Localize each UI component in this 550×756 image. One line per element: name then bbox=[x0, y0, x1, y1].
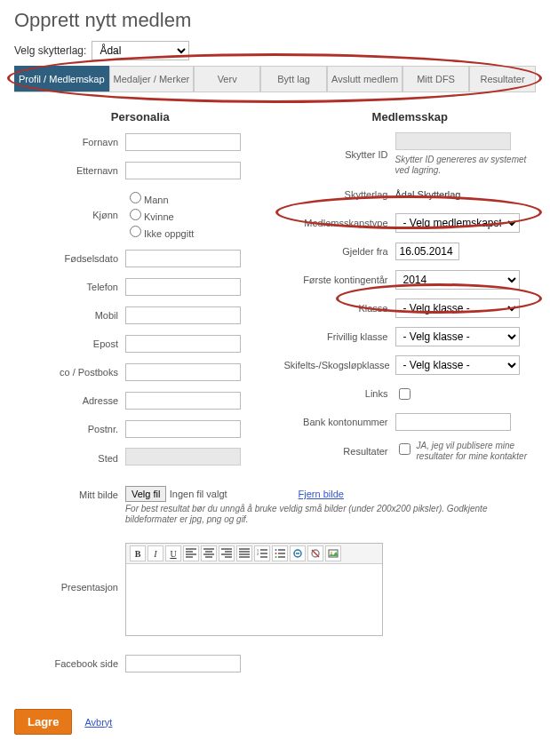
resultater-checkbox[interactable] bbox=[399, 443, 411, 455]
velg-skytterlag-label: Velg skytterlag: bbox=[14, 44, 86, 57]
gjelder-fra-input[interactable] bbox=[395, 243, 459, 260]
align-right-icon[interactable] bbox=[219, 545, 235, 561]
editor-toolbar: B I U 12 bbox=[126, 544, 382, 564]
tab-avslutt-medlem[interactable]: Avslutt medlem bbox=[327, 66, 403, 92]
svg-text:2: 2 bbox=[257, 552, 259, 556]
bank-input[interactable] bbox=[395, 413, 511, 431]
links-checkbox[interactable] bbox=[399, 388, 411, 400]
ingen-fil-valgt: Ingen fil valgt bbox=[170, 489, 227, 499]
medlemsskap-heading: Medlemsskap bbox=[284, 110, 537, 123]
align-justify-icon[interactable] bbox=[236, 545, 252, 561]
skifelts-select[interactable]: - Velg klasse - bbox=[395, 355, 520, 375]
sted-readonly bbox=[125, 448, 241, 466]
co-postboks-input[interactable] bbox=[125, 363, 241, 381]
skifelts-label: Skifelts-/Skogsløpklasse bbox=[284, 360, 395, 370]
tab-medaljer-merker[interactable]: Medaljer / Merker bbox=[109, 66, 195, 92]
forste-kontingentar-label: Første kontingentår bbox=[284, 275, 395, 285]
fodselsdato-input[interactable] bbox=[125, 250, 241, 267]
svg-point-8 bbox=[331, 552, 332, 553]
fodselsdato-label: Fødselsdato bbox=[14, 253, 125, 264]
frivillig-klasse-label: Frivillig klasse bbox=[284, 331, 395, 342]
italic-icon[interactable]: I bbox=[147, 545, 163, 561]
telefon-input[interactable] bbox=[125, 278, 241, 296]
bilde-hint: For best resultat bør du unngå å bruke v… bbox=[125, 504, 507, 525]
kjonn-ikke-radio[interactable] bbox=[130, 226, 141, 237]
skytter-id-label: Skytter ID bbox=[284, 149, 395, 160]
medlemsskapstype-select[interactable]: - Velg medlemskapstype bbox=[395, 213, 520, 233]
page-title: Opprett nytt medlem bbox=[14, 9, 536, 32]
bold-icon[interactable]: B bbox=[130, 545, 146, 561]
klasse-label: Klasse bbox=[284, 303, 395, 314]
unlink-icon[interactable] bbox=[307, 545, 323, 561]
adresse-label: Adresse bbox=[14, 395, 125, 406]
lagre-button[interactable]: Lagre bbox=[14, 709, 72, 735]
epost-input[interactable] bbox=[125, 335, 241, 353]
rich-text-editor: B I U 12 bbox=[125, 543, 383, 636]
editor-textarea[interactable] bbox=[126, 564, 382, 635]
tab-mitt-dfs[interactable]: Mitt DFS bbox=[403, 66, 469, 92]
ordered-list-icon[interactable]: 12 bbox=[254, 545, 270, 561]
skytterlag-value: Ådal Skytterlag bbox=[395, 189, 461, 200]
fornavn-input[interactable] bbox=[125, 133, 241, 151]
sted-label: Sted bbox=[14, 453, 125, 464]
tab-bytt-lag[interactable]: Bytt lag bbox=[260, 66, 327, 92]
etternavn-label: Etternavn bbox=[14, 165, 125, 176]
resultater-hint: JA, jeg vil publisere mine resultater fo… bbox=[417, 441, 537, 462]
unordered-list-icon[interactable] bbox=[272, 545, 288, 561]
tab-resultater[interactable]: Resultater bbox=[469, 66, 536, 92]
bank-label: Bank kontonummer bbox=[284, 417, 395, 427]
avbryt-link[interactable]: Avbryt bbox=[84, 717, 112, 728]
fjern-bilde-link[interactable]: Fjern bilde bbox=[299, 489, 344, 499]
forste-kontingentar-select[interactable]: 2014 bbox=[395, 270, 520, 290]
svg-point-3 bbox=[275, 553, 277, 554]
klasse-select[interactable]: - Velg klasse - bbox=[395, 298, 520, 318]
links-label: Links bbox=[284, 388, 395, 399]
mobil-input[interactable] bbox=[125, 306, 241, 324]
link-icon[interactable] bbox=[290, 545, 306, 561]
postnr-input[interactable] bbox=[125, 420, 241, 438]
fornavn-label: Fornavn bbox=[14, 137, 125, 147]
co-postboks-label: co / Postboks bbox=[14, 367, 125, 378]
velg-fil-button[interactable]: Velg fil bbox=[125, 486, 166, 502]
skytterlag-label: Skytterlag bbox=[284, 189, 395, 200]
mitt-bilde-label: Mitt bilde bbox=[14, 486, 125, 500]
skytter-id-hint: Skytter ID genereres av systemet ved lag… bbox=[395, 155, 537, 176]
image-icon[interactable] bbox=[325, 545, 341, 561]
svg-point-4 bbox=[275, 556, 277, 558]
telefon-label: Telefon bbox=[14, 282, 125, 292]
gjelder-fra-label: Gjelder fra bbox=[284, 246, 395, 257]
kjonn-mann-radio[interactable] bbox=[130, 192, 141, 203]
tab-profil-medlemskap[interactable]: Profil / Medlemskap bbox=[14, 66, 109, 92]
medlemsskapstype-label: Medlemsskapstype bbox=[284, 218, 395, 228]
align-left-icon[interactable] bbox=[183, 545, 199, 561]
underline-icon[interactable]: U bbox=[165, 545, 181, 561]
personalia-heading: Personalia bbox=[14, 110, 267, 123]
frivillig-klasse-select[interactable]: - Velg klasse - bbox=[395, 327, 520, 346]
mobil-label: Mobil bbox=[14, 310, 125, 321]
skytter-id-readonly bbox=[395, 132, 511, 150]
kjonn-kvinne-radio[interactable] bbox=[130, 209, 141, 220]
facebook-input[interactable] bbox=[125, 655, 241, 672]
align-center-icon[interactable] bbox=[201, 545, 217, 561]
epost-label: Epost bbox=[14, 338, 125, 349]
skytterlag-select[interactable]: Ådal bbox=[92, 41, 189, 60]
tab-bar: Profil / Medlemskap Medaljer / Merker Ve… bbox=[14, 66, 536, 92]
presentasjon-label: Presentasjon bbox=[14, 537, 125, 593]
postnr-label: Postnr. bbox=[14, 424, 125, 434]
adresse-input[interactable] bbox=[125, 392, 241, 410]
resultater-label: Resultater bbox=[284, 446, 395, 457]
etternavn-input[interactable] bbox=[125, 162, 241, 179]
svg-point-2 bbox=[275, 549, 277, 551]
kjonn-label: Kjønn bbox=[14, 210, 125, 220]
tab-verv[interactable]: Verv bbox=[194, 66, 260, 92]
facebook-label: Facebook side bbox=[14, 658, 125, 669]
